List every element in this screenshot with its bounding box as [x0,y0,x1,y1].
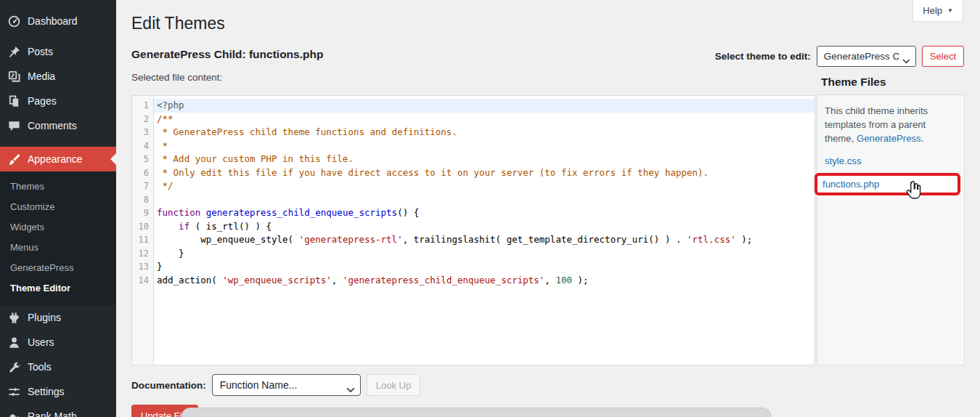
code-line-13: 13} [132,260,814,274]
code-text: add_action( 'wp_enqueue_scripts', 'gener… [154,274,814,288]
sidebar-item-appearance[interactable]: Appearance [0,147,116,171]
sidebar-item-posts[interactable]: Posts [0,39,116,64]
line-number: 9 [132,206,154,220]
selected-file-content-label: Selected file content: [131,72,222,83]
sidebar-item-rank-math[interactable]: Rank Math [0,404,116,417]
code-line-7: 7 */ [132,179,814,193]
code-line-6: 6 * Only edit this file if you have dire… [132,166,814,180]
code-line-8: 8 [132,193,814,207]
page-title: Edit Themes [131,13,225,35]
appearance-submenu: ThemesCustomizeWidgetsMenusGeneratePress… [0,171,116,305]
notice-period: . [921,133,924,144]
settings-icon [7,384,21,399]
brush-icon [7,152,21,166]
sidebar-item-pages[interactable]: Pages [0,89,116,113]
line-number: 14 [132,274,154,288]
pushpin-icon [7,44,21,59]
editor-lines: 1<?php2/**3 * GeneratePress child theme … [132,99,814,287]
code-line-9: 9function generatepress_child_enqueue_sc… [132,206,814,220]
chevron-down-icon [902,54,910,67]
code-text: * [154,139,814,153]
selected-file-highlight-annotation: functions.php [814,173,960,195]
sidebar-item-label: Tools [28,361,52,373]
chevron-down-icon [346,383,355,396]
code-line-14: 14add_action( 'wp_enqueue_scripts', 'gen… [132,274,814,288]
file-subtitle: GeneratePress Child: functions.php [131,48,323,61]
code-text [154,193,814,207]
code-text: wp_enqueue_style( 'generatepress-rtl', t… [154,233,814,247]
code-line-1: 1<?php [132,99,814,113]
code-text: * Add your custom PHP in this file. [154,153,814,166]
submenu-item-menus[interactable]: Menus [0,238,116,258]
sidebar-item-label: Settings [28,386,65,397]
sidebar-item-label: Posts [28,46,53,57]
sidebar-item-comments[interactable]: Comments [0,113,116,138]
sidebar-item-label: Rank Math [28,410,77,417]
line-number: 6 [132,166,154,180]
sidebar-item-label: Media [28,70,55,82]
code-text: if ( is_rtl() ) { [154,220,814,234]
cropped-bottom-element [181,408,771,417]
line-number: 3 [132,126,154,139]
code-line-10: 10 if ( is_rtl() ) { [132,220,814,234]
media-icon [7,69,21,84]
theme-files-panel: This child theme inherits templates from… [817,94,965,365]
theme-files-title: Theme Files [821,76,886,89]
wordpress-theme-editor-screen: DashboardPostsMediaPagesCommentsAppearan… [0,0,980,417]
dashboard-icon [7,14,21,28]
help-label: Help [923,5,942,16]
sidebar-item-users[interactable]: Users [0,330,116,355]
parent-theme-link[interactable]: GeneratePress [857,133,921,144]
sidebar-item-label: Appearance [28,153,83,165]
sidebar-item-plugins[interactable]: Plugins [0,305,116,330]
documentation-value: Function Name... [220,379,298,391]
sidebar-item-settings[interactable]: Settings [0,379,116,404]
code-text: /** [154,113,814,126]
line-number: 10 [132,220,154,234]
select-theme-button[interactable]: Select [922,46,964,67]
line-number: 5 [132,153,154,166]
line-number: 12 [132,247,154,261]
code-text: } [154,247,814,261]
theme-select-value: GeneratePress Cl [824,51,899,62]
sidebar-item-label: Comments [28,120,77,131]
line-number: 2 [132,113,154,126]
code-text: function generatepress_child_enqueue_scr… [154,206,814,220]
help-button[interactable]: Help ▼ [912,0,963,22]
wrench-icon [7,360,21,374]
code-text: } [154,260,814,274]
code-line-11: 11 wp_enqueue_style( 'generatepress-rtl'… [132,233,814,247]
code-text: <?php [154,99,814,113]
theme-select-row: Select theme to edit: GeneratePress Cl S… [715,45,964,67]
theme-select-label: Select theme to edit: [715,51,811,62]
hand-cursor-icon [905,180,923,202]
code-editor[interactable]: 1<?php2/**3 * GeneratePress child theme … [131,95,815,365]
rankmath-icon [7,409,21,417]
documentation-dropdown[interactable]: Function Name... [212,374,361,396]
submenu-item-widgets[interactable]: Widgets [0,217,116,238]
admin-sidebar: DashboardPostsMediaPagesCommentsAppearan… [0,0,116,417]
sidebar-item-media[interactable]: Media [0,64,116,89]
theme-select-dropdown[interactable]: GeneratePress Cl [817,46,916,67]
file-link-style-css[interactable]: style.css [825,155,957,166]
code-text: * GeneratePress child theme functions an… [154,126,814,139]
submenu-item-customize[interactable]: Customize [0,197,116,217]
sidebar-item-tools[interactable]: Tools [0,355,116,379]
lookup-button[interactable]: Look Up [367,374,420,396]
line-number: 4 [132,139,154,153]
submenu-item-theme-editor[interactable]: Theme Editor [0,278,116,299]
code-line-2: 2/** [132,113,814,126]
submenu-item-themes[interactable]: Themes [0,177,116,197]
file-link-functions-php[interactable]: functions.php [822,179,879,190]
sidebar-item-dashboard[interactable]: Dashboard [0,9,116,33]
comments-icon [7,118,21,133]
code-text: * Only edit this file if you have direct… [154,166,814,180]
documentation-label: Documentation: [131,380,206,391]
code-line-4: 4 * [132,139,814,153]
code-line-5: 5 * Add your custom PHP in this file. [132,153,814,166]
submenu-item-generatepress[interactable]: GeneratePress [0,258,116,278]
line-number: 11 [132,233,154,247]
child-theme-notice: This child theme inherits templates from… [825,104,957,145]
line-number: 13 [132,260,154,274]
chevron-down-icon: ▼ [947,8,953,14]
